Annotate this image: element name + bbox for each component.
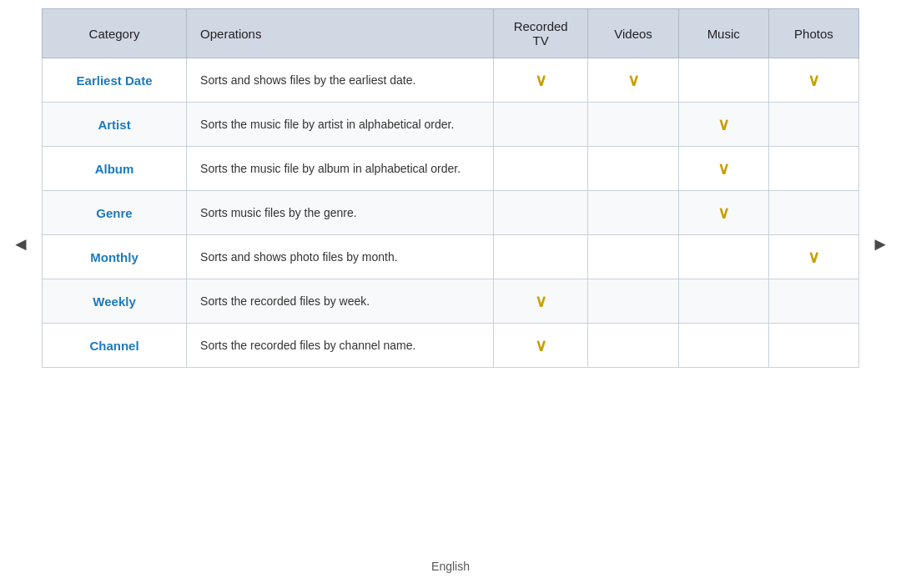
checkmark-icon: ∨ [717, 115, 730, 133]
checkmark-icon: ∨ [717, 159, 730, 178]
row-category: Artist [43, 103, 187, 147]
row-recorded_tv: ∨ [493, 324, 588, 368]
row-recorded_tv: ∨ [493, 279, 588, 324]
header-videos: Videos [588, 9, 678, 58]
header-operations: Operations [187, 9, 494, 58]
row-photos [768, 191, 858, 235]
row-photos [768, 103, 858, 147]
checkmark-icon: ∨ [808, 248, 820, 266]
row-recorded_tv [493, 147, 588, 191]
header-category: Category [43, 9, 187, 58]
row-music: ∨ [678, 191, 768, 235]
row-recorded_tv: ∨ [493, 58, 588, 103]
table-row: GenreSorts music files by the genre.∨ [43, 191, 859, 235]
page-wrapper: ◄ ► Category Operations RecordedTV Video… [0, 0, 901, 588]
row-music [678, 279, 768, 324]
checkmark-icon: ∨ [627, 71, 640, 89]
row-recorded_tv [493, 191, 588, 235]
footer-language: English [431, 560, 470, 573]
table-header-row: Category Operations RecordedTV Videos Mu… [43, 9, 859, 58]
sort-options-table: Category Operations RecordedTV Videos Mu… [42, 8, 859, 368]
row-photos [768, 147, 858, 191]
table-row: ArtistSorts the music file by artist in … [43, 103, 859, 147]
row-photos [768, 279, 858, 324]
row-recorded_tv [493, 103, 588, 147]
row-music [678, 324, 768, 368]
row-music: ∨ [678, 103, 768, 147]
table-row: MonthlySorts and shows photo files by mo… [43, 235, 859, 279]
row-music: ∨ [678, 147, 768, 191]
header-music: Music [678, 9, 768, 58]
row-videos [588, 147, 678, 191]
row-category: Album [43, 147, 187, 191]
row-videos [588, 235, 678, 279]
row-operations: Sorts and shows photo files by month. [187, 235, 494, 279]
row-photos [768, 324, 858, 368]
nav-arrow-right[interactable]: ► [871, 234, 889, 255]
row-photos: ∨ [768, 58, 858, 103]
checkmark-icon: ∨ [535, 71, 547, 89]
row-videos [588, 191, 678, 235]
row-category: Genre [43, 191, 187, 235]
table-body: Earliest DateSorts and shows files by th… [43, 58, 859, 368]
row-operations: Sorts the recorded files by channel name… [187, 324, 494, 368]
row-music [678, 235, 768, 279]
checkmark-icon: ∨ [717, 204, 730, 222]
row-music [678, 58, 768, 103]
header-recorded-tv: RecordedTV [493, 9, 588, 58]
row-photos: ∨ [768, 235, 858, 279]
checkmark-icon: ∨ [535, 336, 547, 354]
row-videos [588, 324, 678, 368]
row-category: Monthly [43, 235, 187, 279]
row-operations: Sorts music files by the genre. [187, 191, 494, 235]
row-category: Earliest Date [43, 58, 187, 103]
row-operations: Sorts the recorded files by week. [187, 279, 494, 324]
row-videos [588, 103, 678, 147]
table-row: Earliest DateSorts and shows files by th… [43, 58, 859, 103]
row-recorded_tv [493, 235, 588, 279]
checkmark-icon: ∨ [535, 292, 547, 310]
nav-arrow-left[interactable]: ◄ [12, 234, 30, 255]
row-operations: Sorts and shows files by the earliest da… [187, 58, 494, 103]
header-photos: Photos [768, 9, 858, 58]
row-category: Channel [43, 324, 187, 368]
row-category: Weekly [43, 279, 187, 324]
row-operations: Sorts the music file by artist in alphab… [187, 103, 494, 147]
table-container: Category Operations RecordedTV Videos Mu… [42, 8, 859, 368]
row-videos [588, 279, 678, 324]
table-row: WeeklySorts the recorded files by week.∨ [43, 279, 859, 324]
table-row: AlbumSorts the music file by album in al… [43, 147, 859, 191]
row-operations: Sorts the music file by album in alphabe… [187, 147, 494, 191]
checkmark-icon: ∨ [808, 71, 820, 89]
table-row: ChannelSorts the recorded files by chann… [43, 324, 859, 368]
row-videos: ∨ [588, 58, 678, 103]
